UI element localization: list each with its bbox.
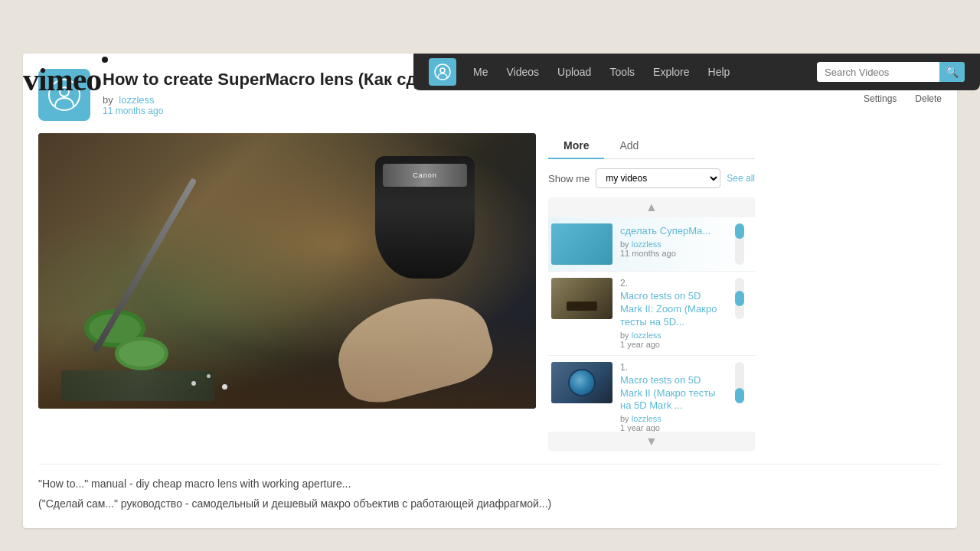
search-bar: 🔍 [817, 62, 965, 82]
item-date: 11 months ago [620, 249, 676, 258]
item-thumbnail [551, 278, 612, 319]
nav-explore[interactable]: Explore [645, 61, 697, 83]
item-number: 1. [620, 362, 724, 373]
nav-tools[interactable]: Tools [602, 61, 642, 83]
video-card: How to create SuperMacro lens (Как сдела… [23, 54, 957, 528]
item-title[interactable]: Macro tests on 5D Mark II: Zoom (Макро т… [620, 290, 724, 329]
video-date: 11 months ago [103, 106, 851, 116]
filter-label: Show me [548, 173, 590, 184]
item-info: 1. Macro tests on 5D Mark II (Макро тест… [620, 362, 724, 432]
item-author[interactable]: lozzless [632, 414, 662, 423]
video-image: Canon [38, 133, 536, 409]
video-author-link[interactable]: lozzless [119, 94, 154, 106]
nav-videos[interactable]: Videos [498, 61, 547, 83]
user-avatar[interactable] [429, 58, 456, 86]
item-title[interactable]: Macro tests on 5D Mark II (Макро тесты н… [620, 374, 724, 413]
sidebar-tabs: More Add [548, 133, 755, 159]
settings-label: Settings [864, 93, 897, 104]
list-item[interactable]: сделать СуперМа... by lozzless 11 months… [548, 217, 755, 272]
item-author[interactable]: lozzless [632, 331, 662, 340]
search-button[interactable]: 🔍 [939, 62, 965, 82]
list-item[interactable]: 1. Macro tests on 5D Mark II (Макро тест… [548, 356, 755, 432]
nav-upload[interactable]: Upload [550, 61, 599, 83]
see-all-link[interactable]: See all [727, 173, 755, 184]
nav-help[interactable]: Help [701, 61, 738, 83]
item-meta: by lozzless 1 year ago [620, 331, 724, 349]
item-info: 2. Macro tests on 5D Mark II: Zoom (Макр… [620, 278, 724, 349]
svg-point-1 [440, 68, 445, 73]
item-info: сделать СуперМа... by lozzless 11 months… [620, 223, 724, 265]
tab-more[interactable]: More [548, 133, 604, 159]
scroll-down-button[interactable]: ▼ [548, 432, 755, 452]
item-thumbnail [551, 223, 612, 265]
video-description: "How to..." manual - diy cheap macro len… [38, 464, 942, 513]
item-title[interactable]: сделать СуперМа... [620, 225, 724, 238]
item-author[interactable]: lozzless [632, 240, 662, 249]
nav-me[interactable]: Me [466, 61, 495, 83]
item-thumbnail [551, 362, 612, 403]
video-body: Canon More [38, 133, 942, 452]
item-meta: by lozzless 11 months ago [620, 240, 724, 258]
video-thumbnail[interactable]: Canon [38, 133, 536, 409]
logo-text: vimeo [23, 61, 101, 98]
sidebar-filter: Show me my videos all videos See all [548, 168, 755, 188]
scroll-up-button[interactable]: ▲ [548, 197, 755, 217]
delete-label: Delete [915, 93, 942, 104]
item-meta: by lozzless 1 year ago [620, 414, 724, 432]
description-line1: "How to..." manual - diy cheap macro len… [38, 475, 942, 492]
item-date: 1 year ago [620, 340, 660, 349]
list-item[interactable]: 2. Macro tests on 5D Mark II: Zoom (Макр… [548, 272, 755, 356]
nav-links: Me Videos Upload Tools Explore Help [466, 61, 737, 83]
filter-select[interactable]: my videos all videos [596, 168, 720, 188]
search-input[interactable] [817, 63, 939, 82]
sidebar-panel: More Add Show me my videos all videos Se… [548, 133, 755, 452]
item-number: 2. [620, 278, 724, 289]
svg-point-0 [435, 64, 450, 80]
tab-add[interactable]: Add [604, 133, 654, 159]
logo: vimeo [23, 61, 101, 98]
item-date: 1 year ago [620, 423, 660, 432]
description-line2: ("Сделай сам..." руководство - самодельн… [38, 495, 942, 512]
video-by: by lozzless [103, 94, 851, 106]
sidebar-list: сделать СуперМа... by lozzless 11 months… [548, 217, 755, 432]
